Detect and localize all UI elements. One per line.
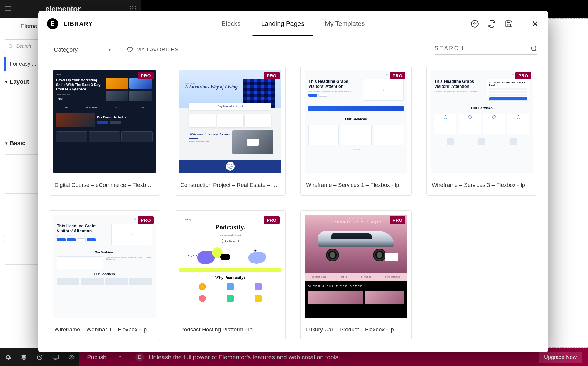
banner-text: Unleash the full power of Elementor's fe… xyxy=(149,354,340,361)
pro-badge: PRO xyxy=(138,216,154,224)
dropdown-triangle-icon: ▼ xyxy=(108,48,111,52)
search-icon xyxy=(8,43,13,49)
search-placeholder: Search xyxy=(16,43,31,49)
favorites-label: MY FAVORITES xyxy=(136,47,178,53)
pro-badge: PRO xyxy=(390,72,405,79)
my-favorites-button[interactable]: MY FAVORITES xyxy=(126,46,178,53)
pro-badge: PRO xyxy=(390,216,405,224)
svg-rect-12 xyxy=(53,355,58,359)
svg-point-13 xyxy=(71,356,72,358)
template-card[interactable]: PRO Podcastly Podcastly. Lorem ipsum dol… xyxy=(175,210,286,340)
template-thumbnail: This Headline Grabs Visitors' AttentionA… xyxy=(431,70,533,173)
modal-header: E LIBRARY Blocks Landing Pages My Templa… xyxy=(38,11,548,36)
template-title: Digital Course – eCommerce – Flexb… xyxy=(49,177,160,195)
library-search[interactable] xyxy=(435,45,537,55)
svg-point-0 xyxy=(130,6,131,7)
template-title: Wireframe – Services 3 – Flexbox - lp xyxy=(427,177,537,195)
template-card[interactable]: PRO This Headline Grabs Visitors' Attent… xyxy=(426,66,537,196)
search-icon xyxy=(530,45,537,52)
template-card[interactable]: PRO ncom· · · · Level Up Your Marketing … xyxy=(49,66,160,196)
category-label: Category xyxy=(54,46,78,53)
header-actions xyxy=(471,18,539,30)
pro-badge: PRO xyxy=(138,72,154,79)
chevron-up-icon: ⌃ xyxy=(118,355,122,360)
pro-badge: PRO xyxy=(264,216,280,224)
upload-icon[interactable] xyxy=(471,20,479,28)
template-thumbnail: This Headline Grabs Visitors' AttentionS… xyxy=(53,215,156,318)
elementor-badge-icon: E xyxy=(135,353,144,362)
sync-icon[interactable] xyxy=(488,20,496,28)
tab-my-templates[interactable]: My Templates xyxy=(325,11,365,36)
template-card[interactable]: PRO Sales PlacesA Luxurious Way of Livin… xyxy=(175,66,286,196)
close-icon[interactable] xyxy=(531,20,539,28)
library-title: LIBRARY xyxy=(64,20,93,27)
template-title: Podcast Hosting Platform - lp xyxy=(175,322,285,340)
tab-landing-pages[interactable]: Landing Pages xyxy=(261,11,304,36)
template-card[interactable]: PRO This Headline Grabs Visitors' Attent… xyxy=(300,66,412,196)
template-title: Wireframe – Services 1 – Flexbox - lp xyxy=(301,177,411,195)
save-icon[interactable] xyxy=(505,20,513,28)
template-title: Construction Project – Real Estate – … xyxy=(175,177,285,195)
template-thumbnail: ncom· · · · Level Up Your Marketing Skil… xyxy=(53,70,156,173)
svg-point-9 xyxy=(9,44,12,48)
divider xyxy=(522,18,522,30)
search-input[interactable] xyxy=(435,45,530,52)
templates-grid[interactable]: PRO ncom· · · · Level Up Your Marketing … xyxy=(38,63,548,352)
svg-point-2 xyxy=(135,6,136,7)
template-thumbnail: This Headline Grabs Visitors' AttentionA… xyxy=(305,70,407,173)
template-thumbnail: LAEMAX INTRODUCING THE GQ22 COMMON GOLDS… xyxy=(305,215,407,318)
template-card[interactable]: PRO LAEMAX INTRODUCING THE GQ22 COMMON G… xyxy=(300,210,412,340)
template-card[interactable]: PRO This Headline Grabs Visitors' Attent… xyxy=(49,210,160,340)
heart-icon xyxy=(126,46,133,53)
library-tabs: Blocks Landing Pages My Templates xyxy=(222,11,365,36)
settings-icon[interactable] xyxy=(0,348,16,366)
library-logo-icon: E xyxy=(47,18,58,29)
svg-point-5 xyxy=(135,8,136,10)
upgrade-now-button[interactable]: Upgrade Now xyxy=(539,352,582,363)
template-title: Luxury Car – Product – Flexbox - lp xyxy=(301,322,411,340)
tab-blocks[interactable]: Blocks xyxy=(222,11,241,36)
svg-point-1 xyxy=(132,6,134,7)
library-toolbar: Category ▼ MY FAVORITES xyxy=(38,36,548,63)
category-select[interactable]: Category ▼ xyxy=(49,43,116,56)
template-thumbnail: Sales PlacesA Luxurious Way of Living On… xyxy=(179,70,281,173)
navigator-icon[interactable] xyxy=(16,348,32,366)
template-library-modal: E LIBRARY Blocks Landing Pages My Templa… xyxy=(38,11,548,352)
pro-badge: PRO xyxy=(264,72,280,79)
pro-badge: PRO xyxy=(515,72,531,79)
template-title: Wireframe – Webinar 1 – Flexbox - lp xyxy=(49,322,160,340)
svg-point-3 xyxy=(130,8,131,10)
svg-point-4 xyxy=(132,8,134,10)
hamburger-icon[interactable] xyxy=(0,0,16,18)
template-thumbnail: Podcastly Podcastly. Lorem ipsum dolor s… xyxy=(179,215,281,318)
